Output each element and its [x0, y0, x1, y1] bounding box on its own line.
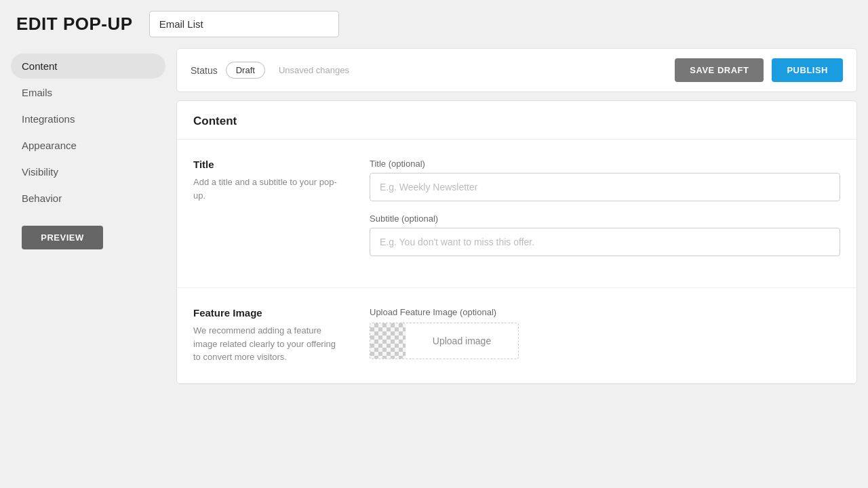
content-panel-header: Content: [177, 101, 856, 140]
title-section-desc: Add a title and a subtitle to your pop-u…: [193, 176, 342, 202]
subtitle-field-label: Subtitle (optional): [370, 214, 840, 224]
main-layout: Content Emails Integrations Appearance V…: [0, 48, 868, 488]
sidebar-item-emails[interactable]: Emails: [11, 80, 165, 105]
upload-feature-image-label: Upload Feature Image (optional): [370, 307, 840, 317]
feature-image-section: Feature Image We recommend adding a feat…: [177, 288, 856, 384]
title-section-heading: Title: [193, 159, 342, 170]
status-actions: SAVE DRAFT PUBLISH: [675, 58, 843, 82]
upload-image-button[interactable]: Upload image: [406, 326, 518, 356]
section-right-title: Title (optional) Subtitle (optional): [370, 159, 840, 268]
title-input[interactable]: [370, 173, 840, 201]
subtitle-input[interactable]: [370, 228, 840, 256]
sidebar-item-content[interactable]: Content: [11, 54, 165, 79]
sidebar: Content Emails Integrations Appearance V…: [0, 48, 176, 488]
header: EDIT POP-UP: [0, 0, 868, 48]
status-badge: Draft: [226, 62, 265, 79]
title-field-label: Title (optional): [370, 159, 840, 169]
sidebar-item-visibility[interactable]: Visibility: [11, 159, 165, 184]
feature-image-desc: We recommend adding a feature image rela…: [193, 324, 342, 364]
sidebar-item-behavior[interactable]: Behavior: [11, 186, 165, 211]
title-section: Title Add a title and a subtitle to your…: [177, 140, 856, 288]
feature-image-heading: Feature Image: [193, 307, 342, 319]
preview-button[interactable]: PREVIEW: [22, 226, 103, 249]
content-panel: Content Title Add a title and a subtitle…: [176, 100, 857, 384]
content-panel-title: Content: [193, 115, 237, 127]
content-area: Status Draft Unsaved changes SAVE DRAFT …: [176, 48, 868, 488]
section-left-title: Title Add a title and a subtitle to your…: [193, 159, 342, 268]
popup-name-input[interactable]: [149, 11, 339, 37]
save-draft-button[interactable]: SAVE DRAFT: [675, 58, 764, 82]
section-right-feature-image: Upload Feature Image (optional) Upload i…: [370, 307, 840, 364]
upload-thumbnail: [370, 323, 406, 359]
status-bar: Status Draft Unsaved changes SAVE DRAFT …: [176, 48, 857, 92]
sidebar-item-integrations[interactable]: Integrations: [11, 106, 165, 131]
status-label: Status: [191, 65, 218, 76]
unsaved-changes-text: Unsaved changes: [279, 65, 349, 75]
sidebar-item-appearance[interactable]: Appearance: [11, 133, 165, 158]
publish-button[interactable]: PUBLISH: [772, 58, 843, 82]
section-left-feature-image: Feature Image We recommend adding a feat…: [193, 307, 342, 364]
page-title: EDIT POP-UP: [16, 14, 133, 35]
upload-container[interactable]: Upload image: [370, 323, 519, 359]
